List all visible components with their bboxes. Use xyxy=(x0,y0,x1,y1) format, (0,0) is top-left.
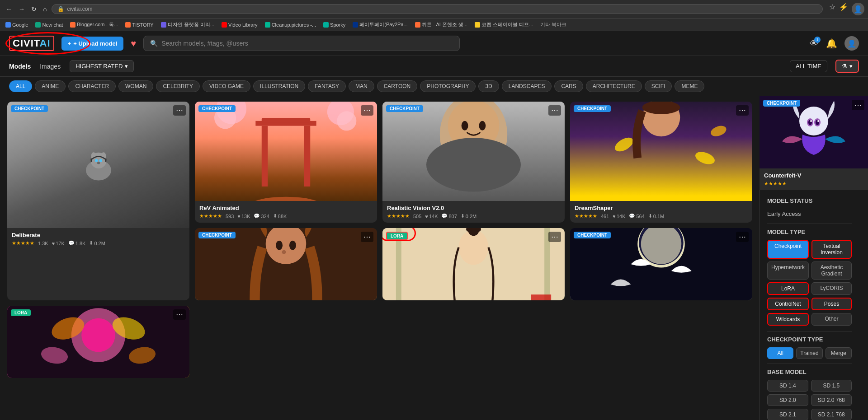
card-menu-button-7[interactable]: ⋯ xyxy=(736,232,749,242)
model-card-pink[interactable]: LORA ⋯ xyxy=(7,306,189,378)
type-poses[interactable]: Poses xyxy=(811,298,852,310)
nav-images[interactable]: Images xyxy=(40,63,61,70)
tab-illustration[interactable]: ILLUSTRATION xyxy=(253,80,305,92)
site-logo[interactable]: CIVITAI xyxy=(9,36,54,51)
all-time-button[interactable]: ALL TIME xyxy=(790,60,827,72)
card-menu-button-4[interactable]: ⋯ xyxy=(736,105,749,116)
checkpoint-trained[interactable]: Trained xyxy=(796,347,822,359)
bookmark-other[interactable]: 기타 북마크 xyxy=(538,20,568,29)
tab-anime[interactable]: ANIME xyxy=(35,80,66,92)
bookmark-pay2pa[interactable]: 페이투페이(Pay2Pa... xyxy=(351,20,409,29)
tab-celebrity[interactable]: CELEBRITY xyxy=(156,80,200,92)
card-menu-button-2[interactable]: ⋯ xyxy=(361,105,373,116)
base-sd21[interactable]: SD 2.1 xyxy=(767,409,808,420)
model-card-lora-painting[interactable]: LORA ⋯ xyxy=(382,228,565,300)
svg-point-6 xyxy=(97,162,99,164)
tab-all[interactable]: ALL xyxy=(9,80,32,92)
base-sd15[interactable]: SD 1.5 xyxy=(811,380,852,392)
model-card-woman2[interactable]: CHECKPOINT ⋯ xyxy=(195,228,377,300)
model-card-realistic-vision[interactable]: CHECKPOINT ⋯ xyxy=(382,102,565,223)
tab-videogame[interactable]: VIDEO GAME xyxy=(203,80,250,92)
bookmark-tistory[interactable]: TISTORY xyxy=(123,20,155,29)
card-menu-button-6[interactable]: ⋯ xyxy=(548,232,561,242)
tab-woman[interactable]: WOMAN xyxy=(118,80,153,92)
card-menu-button-8[interactable]: ⋯ xyxy=(173,309,186,320)
checkpoint-all[interactable]: All xyxy=(767,347,793,359)
star-icon[interactable]: ☆ xyxy=(829,3,835,15)
favorites-button[interactable]: ♥ xyxy=(131,38,136,49)
tab-character[interactable]: CHARACTER xyxy=(68,80,116,92)
tab-3d[interactable]: 3D xyxy=(478,80,499,92)
card-meta-rv: ★★★★★ 505 ♥ 14K 💬 807 ⬇ 0.2M xyxy=(387,213,560,219)
type-controlnet[interactable]: ControlNet xyxy=(767,298,809,310)
card-menu-button-5[interactable]: ⋯ xyxy=(361,232,373,242)
card-menu-button-counterfeit[interactable]: ⋯ xyxy=(852,100,864,110)
profile-icon[interactable]: 👤 xyxy=(852,3,864,15)
upload-button[interactable]: + + Upload model xyxy=(61,37,124,51)
tab-cartoon[interactable]: CARTOON xyxy=(377,80,418,92)
bookmark-tuitton[interactable]: 튀튼 - AI 폰헨조 생... xyxy=(413,20,469,29)
card-menu-button-3[interactable]: ⋯ xyxy=(548,105,561,116)
downloads-ds: ⬇ 0.1M xyxy=(648,213,664,219)
eye-icon-button[interactable]: 👁 1 xyxy=(810,38,819,49)
type-hypernetwork[interactable]: Hypernetwork xyxy=(767,261,809,280)
address-bar[interactable]: 🔒 civitai.com xyxy=(52,4,823,14)
sort-filter-button[interactable]: HIGHEST RATED ▾ xyxy=(70,60,134,72)
bookmark-colab[interactable]: 코랩 스테이이블 디프... xyxy=(473,20,535,29)
tab-photography[interactable]: PHOTOGRAPHY xyxy=(420,80,476,92)
tab-meme[interactable]: MEME xyxy=(675,80,704,92)
bookmark-google[interactable]: Google xyxy=(4,20,30,29)
svg-point-23 xyxy=(462,121,468,131)
search-input[interactable] xyxy=(161,40,453,47)
browser-nav-buttons[interactable]: ← → ↻ ⌂ xyxy=(4,5,49,14)
bookmark-blogger[interactable]: Blogger.com - 독... xyxy=(68,20,120,29)
downloads-count: ⬇ 0.2M xyxy=(89,240,105,246)
type-lora[interactable]: LoRA xyxy=(767,282,809,295)
back-button[interactable]: ← xyxy=(4,5,14,14)
early-access-option[interactable]: Early Access xyxy=(767,209,852,219)
bookmark-newchat[interactable]: New chat xyxy=(33,20,65,29)
tab-scifi[interactable]: SCIFI xyxy=(645,80,672,92)
refresh-button[interactable]: ↻ xyxy=(29,5,39,14)
tab-man[interactable]: MAN xyxy=(349,80,374,92)
home-button[interactable]: ⌂ xyxy=(41,5,49,14)
type-wildcards[interactable]: Wildcards xyxy=(767,313,809,326)
type-aesthetic-gradient[interactable]: Aesthetic Gradient xyxy=(811,261,852,280)
bookmark-design[interactable]: 디자인 플랫폼 미리... xyxy=(159,20,216,29)
base-sd21-768[interactable]: SD 2.1 768 xyxy=(811,409,852,420)
model-card-dreamshaper[interactable]: CHECKPOINT ⋯ xyxy=(570,102,752,223)
base-sd14[interactable]: SD 1.4 xyxy=(767,380,808,392)
model-card-counterfeit[interactable]: CHECKPOINT ⋯ xyxy=(760,96,868,190)
tab-architecture[interactable]: ARCHITECTURE xyxy=(586,80,642,92)
filter-funnel-button[interactable]: ⚗ ▾ xyxy=(835,60,859,73)
model-card-rev-animated[interactable]: CHECKPOINT ⋯ xyxy=(195,102,377,223)
nav-models[interactable]: Models xyxy=(9,63,31,70)
type-other[interactable]: Other xyxy=(811,313,852,326)
bookmark-video[interactable]: Video Library xyxy=(220,20,259,29)
likes-ds: ♥ 14K xyxy=(613,214,625,219)
bookmark-cleanup[interactable]: Cleanup.pictures -... xyxy=(263,20,318,29)
svg-point-51 xyxy=(81,318,115,352)
type-lycoris[interactable]: LyCORIS xyxy=(811,282,852,295)
bell-icon-button[interactable]: 🔔 xyxy=(826,38,837,49)
forward-button[interactable]: → xyxy=(16,5,27,14)
tab-fantasy[interactable]: FANTASY xyxy=(308,80,346,92)
svg-rect-43 xyxy=(531,294,551,300)
type-checkpoint[interactable]: Checkpoint xyxy=(767,240,809,259)
bookmark-sporky[interactable]: Sporky xyxy=(321,20,347,29)
base-sd20-768[interactable]: SD 2.0 768 xyxy=(811,394,852,406)
extensions-icon[interactable]: ⚡ xyxy=(839,3,848,15)
user-avatar[interactable]: 👤 xyxy=(844,36,859,51)
tab-landscapes[interactable]: LANDSCAPES xyxy=(502,80,552,92)
tab-cars[interactable]: CARS xyxy=(554,80,583,92)
model-card-birds[interactable]: CHECKPOINT ⋯ xyxy=(570,228,752,300)
search-bar-container[interactable]: 🔍 xyxy=(143,36,460,51)
rating-stars-ds: ★★★★★ xyxy=(575,213,597,219)
base-sd20[interactable]: SD 2.0 xyxy=(767,394,808,406)
type-textual-inversion[interactable]: Textual Inversion xyxy=(811,240,852,259)
rating-count-rv: 505 xyxy=(413,214,421,219)
checkpoint-merge[interactable]: Merge xyxy=(826,347,852,359)
logo-container: CIVITAI xyxy=(9,36,54,51)
model-card-deliberate[interactable]: CHECKPOINT ⋯ xyxy=(7,102,189,300)
card-menu-button[interactable]: ⋯ xyxy=(173,105,186,116)
